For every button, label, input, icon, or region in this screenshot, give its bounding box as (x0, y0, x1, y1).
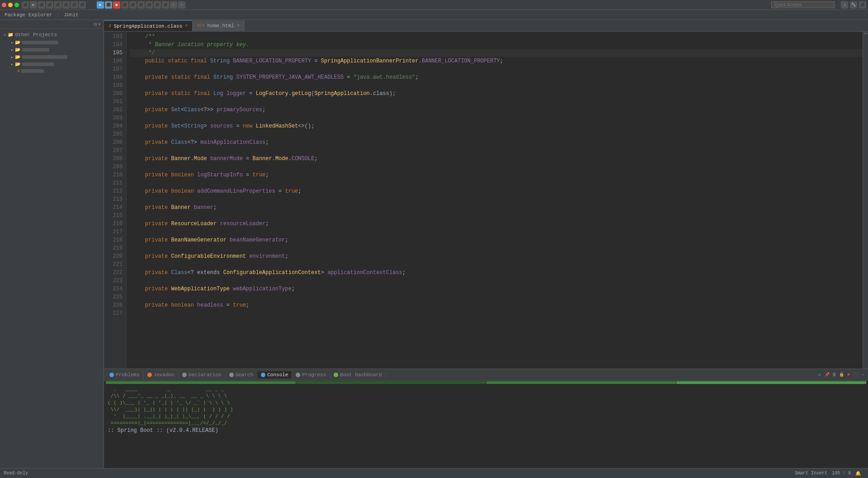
toolbar-icon-12[interactable]: ⬛ (146, 1, 153, 9)
toolbar-icon-10[interactable]: ⬛ (129, 1, 137, 9)
close-button[interactable] (2, 3, 6, 7)
tab-declaration-label: Declaration (189, 372, 222, 378)
sidebar-item-4[interactable]: ▸ 📂 (4, 61, 104, 68)
package-explorer-label: Package Explorer (2, 12, 55, 18)
maximize-panel-icon[interactable]: ⬛ (853, 372, 859, 378)
pin-icon[interactable]: 📌 (824, 372, 830, 378)
code-line-194: * Banner location property key. (130, 41, 863, 49)
code-line-209 (130, 163, 863, 171)
search-icon (229, 373, 234, 377)
toolbar-icon-2[interactable]: ▶ (30, 1, 37, 9)
tab-search[interactable]: Search (226, 371, 258, 379)
ln-227: 227 (104, 309, 123, 317)
code-line-226: private boolean headless = true; (130, 301, 863, 309)
code-line-196: public static final String BANNER_LOCATI… (130, 57, 863, 65)
tab-home-html[interactable]: </> home.html × (193, 20, 245, 31)
ln-223: 223 (104, 277, 123, 285)
tab-boot-dashboard[interactable]: Boot Dashboard (330, 371, 386, 379)
ln-216: 216 (104, 220, 123, 228)
declaration-icon (182, 373, 187, 377)
refresh-icon[interactable]: ↺ (816, 372, 823, 378)
toolbar-icon-6[interactable]: ⬛ (62, 1, 70, 9)
projects-folder-icon: 📁 (8, 32, 13, 38)
ln-213: 213 (104, 195, 123, 204)
sidebar-menu-icon[interactable]: ▾ (98, 21, 101, 27)
toolbar-icon-16[interactable]: → (178, 1, 185, 9)
sidebar-header: ⊟ ▾ (0, 20, 104, 29)
status-bar: Read-Only Smart Insert 195 : 8 🔔 (0, 468, 868, 478)
item1-folder-icon: 📂 (15, 40, 20, 45)
other-projects-category[interactable]: ▾ 📁 Other Projects (0, 31, 104, 39)
progress-icon (296, 373, 300, 377)
toolbar-icon-4[interactable]: ⬛ (46, 1, 53, 9)
editor-tab-bar: J SpringApplication.class × </> home.htm… (104, 20, 868, 32)
ln-200: 200 (104, 90, 123, 98)
code-content[interactable]: /** * Banner location property key. */ p… (127, 32, 863, 369)
toolbar-icon-14[interactable]: ⬛ (162, 1, 169, 9)
tab-spring-application[interactable]: J SpringApplication.class × (104, 20, 193, 31)
sidebar-item-3[interactable]: ▸ 📂 (4, 53, 104, 61)
code-line-222: private Class<? extends ConfigurableAppl… (130, 269, 863, 277)
progress-indicator-4 (676, 381, 866, 384)
toolbar-icon-15[interactable]: ← (170, 1, 177, 9)
item2-name (22, 48, 49, 52)
tab-progress[interactable]: Progress (292, 371, 330, 379)
sidebar-item-1[interactable]: ▸ 📂 (4, 39, 104, 46)
code-line-197 (130, 65, 863, 73)
minimize-button[interactable] (8, 3, 13, 7)
sidebar-item-2[interactable]: ▸ 📂 (4, 46, 104, 53)
tab-search-label: Search (236, 372, 254, 378)
code-line-211 (130, 179, 863, 187)
code-line-212: private boolean addCommandLineProperties… (130, 187, 863, 195)
item4-arrow: ▸ (11, 62, 13, 67)
sidebar-item-5[interactable]: J (4, 68, 104, 74)
quick-access-input[interactable] (771, 1, 835, 8)
junit-label: JUnit (61, 12, 81, 18)
expand-arrow: ▾ (4, 33, 6, 38)
debug-icon[interactable]: ⬛ (105, 1, 112, 9)
toolbar-icon-9[interactable]: ⬛ (121, 1, 128, 9)
tab-boot-dashboard-label: Boot Dashboard (340, 372, 382, 378)
progress-indicator-3 (486, 381, 676, 384)
toolbar-icon-1[interactable]: ⬛ (22, 1, 29, 9)
right-gutter (863, 32, 868, 369)
run-icon[interactable]: ▶ (97, 1, 104, 9)
stop-console-icon[interactable]: ■ (845, 372, 852, 378)
tab-javadoc-label: Javadoc (154, 372, 175, 378)
toolbar-icon-5[interactable]: ⬛ (54, 1, 61, 9)
toolbar-icon-11[interactable]: ⬛ (137, 1, 145, 9)
code-line-208: private Banner.Mode bannerMode = Banner.… (130, 155, 863, 163)
toolbar-icon-3[interactable]: ⬛ (38, 1, 45, 9)
tab-declaration[interactable]: Declaration (179, 371, 226, 379)
console-content[interactable]: . ____ _ __ _ _ /\\ / ___'_ __ _ _(_)_ _… (104, 384, 868, 468)
scroll-lock-icon[interactable]: 🔒 (838, 372, 844, 378)
toolbar-icon-7[interactable]: ⬛ (71, 1, 78, 9)
tab-home-close[interactable]: × (237, 24, 240, 28)
tab-problems[interactable]: Problems (106, 371, 144, 379)
git-perspective-icon[interactable]: ⬛ (859, 1, 866, 9)
debug-perspective-icon[interactable]: 🔧 (850, 1, 857, 9)
collapse-all-icon[interactable]: ⊟ (94, 21, 97, 27)
ln-195: 195 (104, 49, 123, 57)
code-line-201 (130, 98, 863, 106)
window-controls[interactable] (2, 3, 19, 7)
item4-name (22, 62, 54, 66)
java-perspective-icon[interactable]: J (841, 1, 848, 9)
ln-219: 219 (104, 244, 123, 252)
ln-220: 220 (104, 252, 123, 260)
toolbar-icon-13[interactable]: ⬛ (154, 1, 161, 9)
code-line-205 (130, 130, 863, 138)
ln-214: 214 (104, 204, 123, 212)
bottom-panel: Problems Javadoc Declaration Search Cons… (104, 369, 868, 468)
tab-console[interactable]: Console (257, 371, 292, 379)
item3-folder-icon: 📂 (15, 54, 20, 60)
java-file-icon: J (108, 24, 111, 28)
tab-javadoc[interactable]: Javadoc (144, 371, 179, 379)
tab-spring-close[interactable]: × (185, 24, 188, 28)
minimize-panel-icon[interactable]: — (860, 372, 866, 378)
code-line-199 (130, 81, 863, 90)
stop-icon[interactable]: ■ (113, 1, 120, 9)
toolbar-icon-8[interactable]: ⬛ (79, 1, 86, 9)
maximize-button[interactable] (14, 3, 19, 7)
clear-icon[interactable]: 🗑 (831, 372, 837, 378)
